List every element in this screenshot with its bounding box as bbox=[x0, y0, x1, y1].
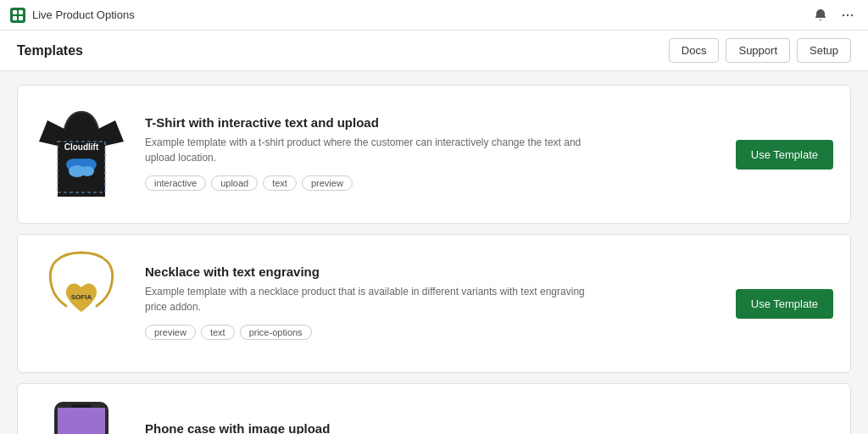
page-header: Templates Docs Support Setup bbox=[0, 31, 868, 71]
template-card-tshirt: Cloudlift T-Shirt with interactive text … bbox=[17, 85, 851, 224]
bell-icon bbox=[814, 8, 827, 22]
necklace-card-content: Necklace with text engraving Example tem… bbox=[145, 264, 719, 343]
template-card-necklace: SOFIA Necklace with text engraving Examp… bbox=[17, 234, 851, 373]
bell-icon-button[interactable] bbox=[810, 5, 831, 25]
more-icon bbox=[841, 8, 854, 22]
support-button[interactable]: Support bbox=[726, 38, 790, 63]
tag-text2: text bbox=[201, 325, 235, 340]
tag-text: text bbox=[263, 175, 297, 191]
svg-point-5 bbox=[843, 14, 844, 15]
phonecase-image bbox=[35, 398, 128, 434]
app-logo-icon bbox=[10, 8, 25, 23]
tag-preview: preview bbox=[302, 175, 353, 191]
necklace-svg: SOFIA bbox=[39, 248, 124, 359]
top-bar-actions bbox=[810, 5, 858, 25]
top-bar-left: Live Product Options bbox=[10, 8, 135, 23]
top-bar: Live Product Options bbox=[0, 0, 868, 31]
tshirt-card-tags: interactive upload text preview bbox=[145, 175, 719, 191]
phonecase-svg bbox=[47, 398, 115, 434]
main-content: Cloudlift T-Shirt with interactive text … bbox=[0, 71, 868, 434]
more-options-button[interactable] bbox=[837, 5, 858, 25]
use-template-button-tshirt[interactable]: Use Template bbox=[736, 140, 833, 170]
app-title: Live Product Options bbox=[32, 8, 135, 21]
tag-interactive: interactive bbox=[145, 175, 206, 191]
page-title: Templates bbox=[17, 43, 83, 58]
phonecase-card-title: Phone case with image upload bbox=[145, 421, 816, 435]
necklace-card-action: Use Template bbox=[736, 289, 833, 319]
svg-rect-1 bbox=[13, 10, 17, 14]
svg-text:Cloudlift: Cloudlift bbox=[64, 142, 99, 152]
svg-rect-4 bbox=[19, 16, 23, 20]
header-buttons: Docs Support Setup bbox=[669, 38, 851, 63]
docs-button[interactable]: Docs bbox=[669, 38, 720, 63]
tshirt-svg: Cloudlift bbox=[39, 103, 124, 205]
phonecase-card-content: Phone case with image upload Example tem… bbox=[145, 421, 816, 435]
tag-upload: upload bbox=[211, 175, 258, 191]
tshirt-card-action: Use Template bbox=[736, 140, 833, 170]
svg-rect-0 bbox=[10, 8, 25, 23]
necklace-card-desc: Example template with a necklace product… bbox=[145, 284, 586, 314]
tshirt-image: Cloudlift bbox=[35, 99, 128, 209]
tshirt-card-title: T-Shirt with interactive text and upload bbox=[145, 115, 719, 130]
necklace-card-tags: preview text price-options bbox=[145, 325, 719, 340]
svg-text:SOFIA: SOFIA bbox=[71, 293, 92, 301]
use-template-button-necklace[interactable]: Use Template bbox=[736, 289, 833, 319]
tag-price-options: price-options bbox=[240, 325, 312, 340]
svg-rect-21 bbox=[71, 404, 92, 408]
necklace-card-title: Necklace with text engraving bbox=[145, 264, 719, 279]
setup-button[interactable]: Setup bbox=[797, 38, 851, 63]
tshirt-card-content: T-Shirt with interactive text and upload… bbox=[145, 115, 719, 194]
svg-point-6 bbox=[847, 14, 849, 15]
tag-preview2: preview bbox=[145, 325, 196, 340]
svg-rect-18 bbox=[58, 408, 105, 434]
svg-point-13 bbox=[81, 166, 94, 176]
svg-rect-3 bbox=[13, 16, 17, 20]
necklace-image: SOFIA bbox=[35, 248, 128, 359]
svg-rect-2 bbox=[19, 10, 23, 14]
template-card-phonecase: Phone case with image upload Example tem… bbox=[17, 383, 851, 434]
svg-point-7 bbox=[851, 14, 853, 15]
tshirt-card-desc: Example template with a t-shirt product … bbox=[145, 135, 586, 165]
